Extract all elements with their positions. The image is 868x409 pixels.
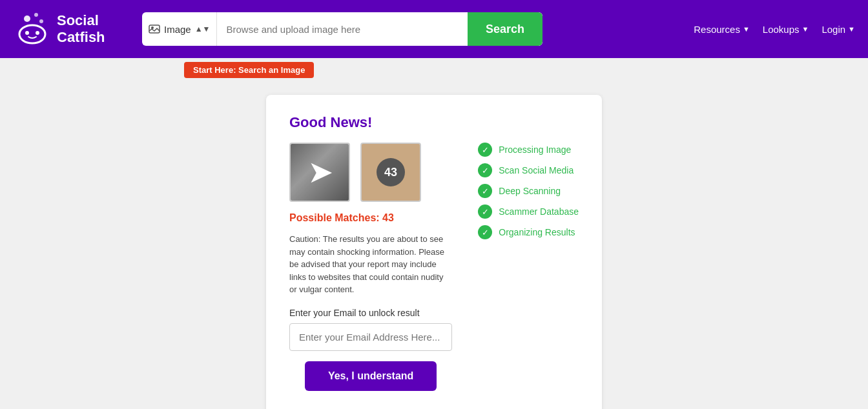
step-scammer-database: ✓ Scammer Database [478, 204, 579, 219]
search-button[interactable]: Search [468, 12, 542, 46]
search-input[interactable] [217, 12, 467, 46]
match-count-badge: 43 [377, 158, 405, 186]
content-and-steps: ➤ 43 Possible Matches: 43 Caution: The r… [289, 143, 579, 391]
nav-resources[interactable]: Resources ▼ [694, 24, 750, 35]
image-icon [149, 24, 160, 34]
person-silhouette: ➤ [291, 144, 349, 201]
step-label-1: Processing Image [499, 145, 571, 155]
step-organizing-results: ✓ Organizing Results [478, 225, 579, 239]
check-icon-4: ✓ [478, 204, 492, 219]
possible-matches: Possible Matches: 43 [289, 212, 452, 224]
nav-links: Resources ▼ Lookups ▼ Login ▼ [694, 24, 855, 35]
svg-point-5 [36, 31, 39, 35]
check-icon-1: ✓ [478, 143, 492, 157]
good-news-title: Good News! [289, 114, 579, 131]
step-label-2: Scan Social Media [499, 165, 574, 175]
check-icon-3: ✓ [478, 184, 492, 198]
search-type-label: Image [164, 24, 191, 35]
dropdown-arrow-icon: ▲▼ [195, 25, 211, 34]
logo-text: Social Catfish [57, 12, 105, 46]
header: Social Catfish Image ▲▼ Search Resources… [0, 0, 868, 58]
original-image: ➤ [289, 143, 350, 202]
search-type-selector[interactable]: Image ▲▼ [142, 12, 217, 46]
svg-point-1 [34, 13, 38, 17]
step-label-5: Organizing Results [499, 227, 575, 237]
logo-icon [13, 10, 52, 48]
step-label-4: Scammer Database [499, 206, 579, 217]
understand-button[interactable]: Yes, I understand [305, 361, 437, 391]
images-row: ➤ 43 [289, 143, 452, 202]
login-chevron-icon: ▼ [848, 25, 855, 33]
step-scan-social: ✓ Scan Social Media [478, 163, 579, 177]
match-count: 43 [382, 212, 394, 223]
step-processing-image: ✓ Processing Image [478, 143, 579, 157]
nav-lookups[interactable]: Lookups ▼ [763, 24, 809, 35]
matched-image: 43 [360, 143, 421, 202]
logo[interactable]: Social Catfish [13, 10, 129, 48]
steps-column: ✓ Processing Image ✓ Scan Social Media ✓… [478, 143, 579, 239]
check-icon-5: ✓ [478, 225, 492, 239]
tooltip-row: Start Here: Search an Image [0, 58, 868, 82]
svg-point-3 [19, 25, 45, 43]
resources-chevron-icon: ▼ [743, 25, 750, 33]
check-icon-2: ✓ [478, 163, 492, 177]
main-content: Good News! ➤ 43 Possible Matches: 43 [0, 82, 868, 409]
arrow-overlay: ➤ [309, 157, 331, 188]
email-label: Enter your Email to unlock result [289, 308, 452, 318]
step-deep-scanning: ✓ Deep Scanning [478, 184, 579, 198]
lookups-chevron-icon: ▼ [802, 25, 809, 33]
left-content: ➤ 43 Possible Matches: 43 Caution: The r… [289, 143, 452, 391]
svg-point-0 [24, 15, 30, 22]
svg-point-2 [39, 19, 43, 23]
search-bar: Image ▲▼ Search [142, 12, 542, 46]
step-label-3: Deep Scanning [499, 186, 561, 196]
result-card: Good News! ➤ 43 Possible Matches: 43 [266, 95, 602, 409]
email-input[interactable] [289, 323, 452, 351]
svg-point-4 [25, 31, 29, 35]
caution-text: Caution: The results you are about to se… [289, 233, 452, 296]
nav-login[interactable]: Login ▼ [822, 24, 855, 35]
tooltip-banner[interactable]: Start Here: Search an Image [184, 62, 314, 78]
